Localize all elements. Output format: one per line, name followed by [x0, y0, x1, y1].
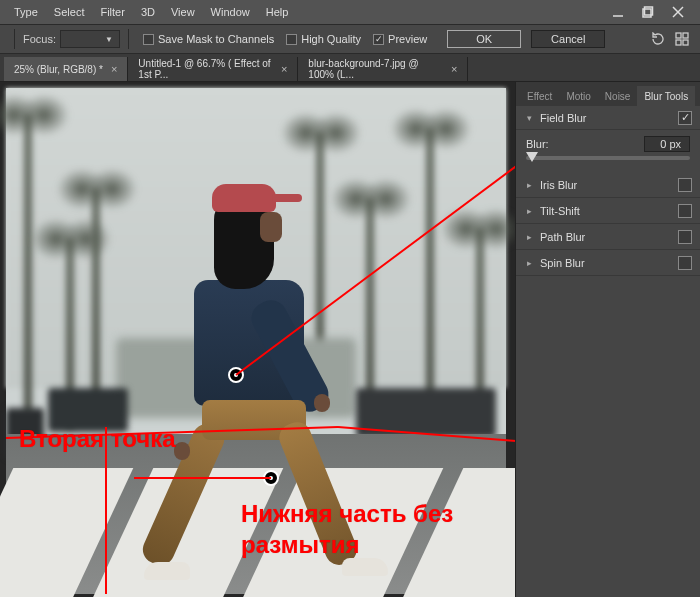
iris-blur-toggle[interactable]	[678, 178, 692, 192]
doc-tab[interactable]: 25% (Blur, RGB/8) * ×	[4, 57, 128, 81]
iris-blur-title: Iris Blur	[540, 179, 577, 191]
doc-tab-label: blur-background-7.jpg @ 100% (L...	[308, 58, 443, 80]
blur-slider[interactable]	[526, 156, 690, 160]
canvas[interactable]: Вторая точка Нижняя часть без размытия	[6, 88, 506, 594]
close-icon[interactable]	[672, 6, 684, 18]
svg-rect-7	[676, 40, 681, 45]
chevron-right-icon: ▸	[524, 258, 534, 268]
close-icon[interactable]: ×	[111, 63, 117, 75]
svg-line-12	[338, 427, 515, 441]
svg-rect-5	[676, 33, 681, 38]
path-blur-header[interactable]: ▸ Path Blur	[516, 224, 700, 250]
preview-label: Preview	[388, 33, 427, 45]
menu-type[interactable]: Type	[6, 6, 46, 18]
menu-window[interactable]: Window	[203, 6, 258, 18]
close-icon[interactable]: ×	[281, 63, 287, 75]
panel-tab-blur-tools[interactable]: Blur Tools	[637, 86, 695, 106]
panel-tab-strip: Effect Motio Noise Blur Tools	[516, 82, 700, 106]
high-quality-label: High Quality	[301, 33, 361, 45]
doc-tab[interactable]: Untitled-1 @ 66.7% ( Effect of 1st P... …	[128, 57, 298, 81]
spin-blur-header[interactable]: ▸ Spin Blur	[516, 250, 700, 276]
menu-view[interactable]: View	[163, 6, 203, 18]
blur-value-input[interactable]: 0 px	[644, 136, 690, 152]
cancel-button[interactable]: Cancel	[531, 30, 605, 48]
svg-line-9	[236, 144, 515, 375]
slider-thumb-icon[interactable]	[526, 152, 538, 162]
save-mask-checkbox[interactable]: Save Mask to Channels	[143, 33, 274, 45]
panel-tab-effect[interactable]: Effect	[520, 86, 559, 106]
field-blur-header[interactable]: ▾ Field Blur	[516, 106, 700, 130]
focus-label: Focus:	[23, 33, 56, 45]
chevron-right-icon: ▸	[524, 180, 534, 190]
blur-slider-row: Blur: 0 px	[516, 130, 700, 172]
path-blur-toggle[interactable]	[678, 230, 692, 244]
checkbox-icon	[143, 34, 154, 45]
svg-rect-8	[683, 40, 688, 45]
chevron-right-icon: ▸	[524, 232, 534, 242]
close-icon[interactable]: ×	[451, 63, 457, 75]
workspace: Вторая точка Нижняя часть без размытия E…	[0, 82, 700, 597]
ok-button[interactable]: OK	[447, 30, 521, 48]
document-tabs: 25% (Blur, RGB/8) * × Untitled-1 @ 66.7%…	[0, 54, 700, 82]
right-panel: Effect Motio Noise Blur Tools ▾ Field Bl…	[515, 82, 700, 597]
blur-slider-label: Blur:	[526, 138, 549, 150]
annotation-label: Нижняя часть без размытия	[241, 498, 491, 560]
restore-icon[interactable]	[642, 6, 654, 18]
doc-tab-label: 25% (Blur, RGB/8) *	[14, 64, 103, 75]
doc-tab-label: Untitled-1 @ 66.7% ( Effect of 1st P...	[138, 58, 273, 80]
options-bar: Focus: ▼ Save Mask to Channels High Qual…	[0, 24, 700, 54]
focus-dropdown[interactable]: ▼	[60, 30, 120, 48]
checkbox-icon	[286, 34, 297, 45]
spin-blur-title: Spin Blur	[540, 257, 585, 269]
menu-help[interactable]: Help	[258, 6, 297, 18]
field-blur-toggle[interactable]	[678, 111, 692, 125]
canvas-area[interactable]: Вторая точка Нижняя часть без размытия	[0, 82, 515, 597]
menu-bar: Type Select Filter 3D View Window Help	[0, 0, 700, 24]
spin-blur-toggle[interactable]	[678, 256, 692, 270]
chevron-down-icon: ▼	[105, 35, 113, 44]
iris-blur-header[interactable]: ▸ Iris Blur	[516, 172, 700, 198]
panel-tab-noise[interactable]: Noise	[598, 86, 638, 106]
high-quality-checkbox[interactable]: High Quality	[286, 33, 361, 45]
tilt-shift-header[interactable]: ▸ Tilt-Shift	[516, 198, 700, 224]
chevron-down-icon: ▾	[524, 113, 534, 123]
tilt-shift-title: Tilt-Shift	[540, 205, 580, 217]
chevron-right-icon: ▸	[524, 206, 534, 216]
annotation-label: Вторая точка	[19, 425, 176, 453]
panel-tab-motion[interactable]: Motio	[559, 86, 597, 106]
save-mask-label: Save Mask to Channels	[158, 33, 274, 45]
checkbox-icon	[373, 34, 384, 45]
field-blur-title: Field Blur	[540, 112, 586, 124]
menu-3d[interactable]: 3D	[133, 6, 163, 18]
path-blur-title: Path Blur	[540, 231, 585, 243]
doc-tab[interactable]: blur-background-7.jpg @ 100% (L... ×	[298, 57, 468, 81]
grid-icon[interactable]	[675, 32, 689, 46]
menu-filter[interactable]: Filter	[92, 6, 132, 18]
preview-checkbox[interactable]: Preview	[373, 33, 427, 45]
minimize-icon[interactable]	[612, 6, 624, 18]
svg-rect-6	[683, 33, 688, 38]
tilt-shift-toggle[interactable]	[678, 204, 692, 218]
menu-select[interactable]: Select	[46, 6, 93, 18]
reset-icon[interactable]	[651, 32, 665, 46]
